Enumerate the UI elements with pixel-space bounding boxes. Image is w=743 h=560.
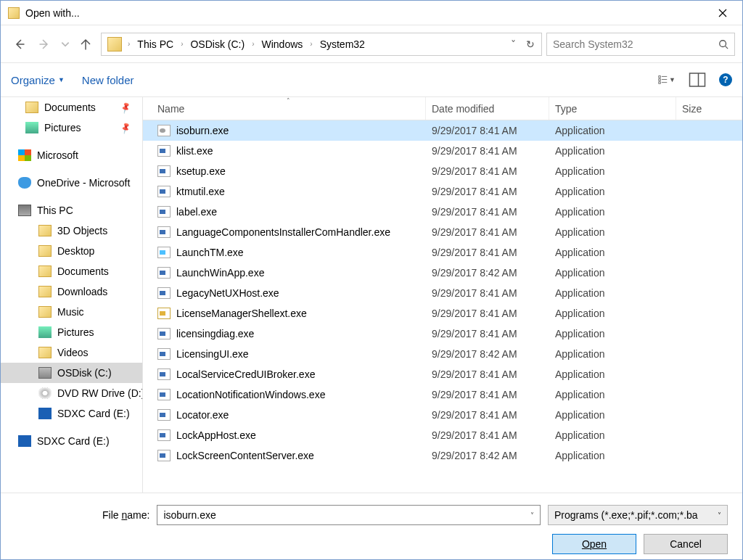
file-pane: ˄ Name Date modified Type Size isoburn.e… [143, 97, 742, 493]
open-button[interactable]: Open [552, 534, 636, 554]
file-row[interactable]: LanguageComponentsInstallerComHandler.ex… [143, 222, 742, 242]
file-row[interactable]: LockAppHost.exe9/29/2017 8:41 AMApplicat… [143, 425, 742, 445]
forward-button[interactable] [34, 33, 56, 55]
toolbar: Organize ▼ New folder ▼ ? [1, 63, 742, 96]
back-button[interactable] [8, 33, 30, 55]
file-type: Application [549, 226, 676, 238]
file-name: LicenseManagerShellext.exe [176, 308, 307, 319]
tree-item[interactable]: 3D Objects [1, 221, 142, 241]
refresh-button[interactable]: ↻ [522, 38, 538, 50]
file-date: 9/29/2017 8:41 AM [426, 186, 549, 197]
tree-item-label: OSDisk (C:) [57, 367, 112, 379]
chevron-down-icon: ˅ [718, 511, 721, 519]
column-date[interactable]: Date modified [426, 97, 549, 120]
file-row[interactable]: LockScreenContentServer.exe9/29/2017 8:4… [143, 445, 742, 466]
file-row[interactable]: Locator.exe9/29/2017 8:41 AMApplication [143, 405, 742, 425]
tree-item[interactable]: Documents📌 [1, 97, 142, 118]
tree-item[interactable]: Downloads [1, 281, 142, 302]
file-row[interactable]: LocationNotificationWindows.exe9/29/2017… [143, 384, 742, 405]
tree-item-label: Documents [44, 102, 96, 113]
cancel-button[interactable]: Cancel [644, 534, 728, 554]
tree-item[interactable]: SDXC Card (E:) [1, 403, 142, 424]
filter-label: Programs (*.exe;*.pif;*.com;*.ba [554, 509, 718, 521]
exe-icon [157, 348, 171, 360]
tree-item[interactable]: SDXC Card (E:) [1, 431, 142, 451]
file-type: Application [549, 450, 676, 461]
file-date: 9/29/2017 8:41 AM [426, 226, 549, 238]
file-row[interactable]: licensingdiag.exe9/29/2017 8:41 AMApplic… [143, 324, 742, 344]
pic-icon [38, 326, 52, 338]
file-date: 9/29/2017 8:41 AM [426, 287, 549, 299]
pc-icon [18, 205, 31, 216]
file-row[interactable]: LaunchWinApp.exe9/29/2017 8:42 AMApplica… [143, 263, 742, 283]
file-name: LanguageComponentsInstallerComHandler.ex… [176, 226, 390, 238]
exe-icon [157, 409, 171, 421]
file-row[interactable]: LaunchTM.exe9/29/2017 8:41 AMApplication [143, 242, 742, 263]
chevron-down-icon: ▼ [58, 76, 65, 83]
file-date: 9/29/2017 8:41 AM [426, 125, 549, 136]
tree-item[interactable]: Pictures [1, 322, 142, 342]
svg-rect-4 [690, 73, 705, 86]
arrow-left-icon [12, 38, 25, 51]
tree-item[interactable]: Microsoft [1, 145, 142, 165]
pin-icon: 📌 [119, 121, 133, 134]
tree-item[interactable]: Desktop [1, 241, 142, 261]
exe-icon [157, 186, 171, 197]
column-name[interactable]: ˄ Name [152, 97, 426, 120]
close-button[interactable] [706, 3, 739, 23]
file-list[interactable]: isoburn.exe9/29/2017 8:41 AMApplicationk… [143, 120, 742, 493]
file-type-filter[interactable]: Programs (*.exe;*.pif;*.com;*.ba ˅ [548, 505, 728, 525]
file-row[interactable]: ktmutil.exe9/29/2017 8:41 AMApplication [143, 181, 742, 202]
recent-dropdown[interactable] [60, 33, 70, 55]
tree-item[interactable]: This PC [1, 200, 142, 221]
crumb-this-pc[interactable]: This PC [133, 33, 178, 55]
tree-item[interactable]: Music [1, 302, 142, 322]
folder-icon [38, 245, 52, 257]
tree-item[interactable]: DVD RW Drive (D:) [1, 383, 142, 403]
file-type: Application [549, 368, 676, 380]
tree-item[interactable]: OneDrive - Microsoft [1, 173, 142, 193]
tree-item[interactable]: Pictures📌 [1, 118, 142, 138]
tree-item[interactable]: Documents [1, 261, 142, 281]
file-row[interactable]: LicensingUI.exe9/29/2017 8:42 AMApplicat… [143, 344, 742, 364]
tree-item-label: Pictures [57, 326, 94, 338]
preview-pane-button[interactable] [689, 71, 706, 88]
search-input[interactable]: Search System32 [546, 33, 735, 56]
column-size[interactable]: Size [676, 97, 742, 120]
file-row[interactable]: klist.exe9/29/2017 8:41 AMApplication [143, 141, 742, 161]
folder-icon [107, 37, 122, 52]
address-bar[interactable]: › This PC › OSDisk (C:) › Windows › Syst… [101, 33, 542, 56]
up-button[interactable] [75, 33, 97, 55]
file-row[interactable]: LocalServiceCredUIBroker.exe9/29/2017 8:… [143, 364, 742, 384]
file-date: 9/29/2017 8:41 AM [426, 328, 549, 339]
file-date: 9/29/2017 8:41 AM [426, 368, 549, 380]
file-type: Application [549, 247, 676, 258]
view-mode-button[interactable]: ▼ [658, 71, 676, 88]
tree-item[interactable]: OSDisk (C:) [1, 363, 142, 383]
crumb-windows[interactable]: Windows [258, 33, 308, 55]
navigation-pane[interactable]: Documents📌Pictures📌MicrosoftOneDrive - M… [1, 97, 143, 493]
arrow-right-icon [38, 38, 52, 51]
help-button[interactable]: ? [719, 73, 732, 86]
filename-value: isoburn.exe [163, 509, 530, 521]
preview-pane-icon [689, 71, 706, 88]
file-row[interactable]: LicenseManagerShellext.exe9/29/2017 8:41… [143, 303, 742, 324]
chevron-down-icon[interactable]: ˅ [505, 38, 521, 50]
column-type[interactable]: Type [549, 97, 676, 120]
file-row[interactable]: isoburn.exe9/29/2017 8:41 AMApplication [143, 120, 742, 141]
filename-input[interactable]: isoburn.exe ˅ [157, 505, 541, 525]
file-name: isoburn.exe [176, 125, 229, 136]
file-row[interactable]: label.exe9/29/2017 8:41 AMApplication [143, 202, 742, 222]
chevron-down-icon[interactable]: ˅ [530, 511, 534, 519]
ms-icon [18, 149, 31, 161]
file-row[interactable]: ksetup.exe9/29/2017 8:41 AMApplication [143, 161, 742, 181]
file-row[interactable]: LegacyNetUXHost.exe9/29/2017 8:41 AMAppl… [143, 283, 742, 303]
sd-icon [18, 435, 31, 447]
new-folder-label: New folder [82, 74, 134, 86]
new-folder-button[interactable]: New folder [82, 74, 134, 86]
file-type: Application [549, 429, 676, 441]
organize-menu[interactable]: Organize ▼ [11, 74, 65, 86]
crumb-osdisk[interactable]: OSDisk (C:) [186, 33, 249, 55]
crumb-system32[interactable]: System32 [316, 33, 369, 55]
tree-item[interactable]: Videos [1, 342, 142, 363]
